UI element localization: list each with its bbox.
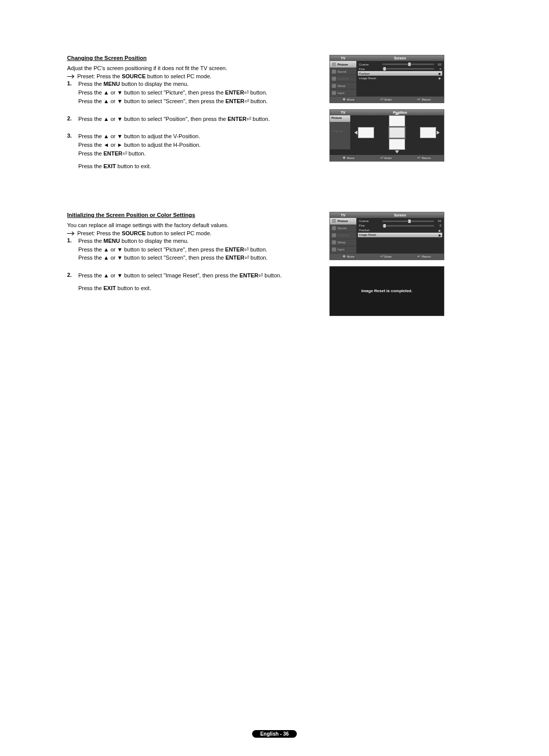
reset-message: Image Reset is completed. [361,289,412,293]
sidebar-item-setup: Setup [330,239,356,246]
input-icon [332,91,336,95]
footer-return: ↩Return [417,255,431,259]
preset-row: Preset: Press the SOURCE button to selec… [67,73,311,79]
footer-enter: ⏎Enter [380,255,391,259]
osd-sidebar: Picture Sound Channel Setup Input [330,61,356,97]
osd-main: Coarse50 Fine0 Position▶ Image Reset▶ [356,61,444,97]
sound-icon [332,226,336,230]
section-changing-position: Changing the Screen Position Adjust the … [67,55,488,180]
footer-move: ✥Move [343,98,354,102]
sidebar-item-picture: Picture [330,218,356,225]
intro-text: You can replace all image settings with … [67,222,311,228]
section-initializing: Initializing the Screen Position or Colo… [67,212,488,316]
section-title: Initializing the Screen Position or Colo… [67,212,311,218]
step-1: 1. Press the MENU button to display the … [67,80,311,106]
chevron-right-icon: ▶ [436,229,441,232]
enter-icon: ⏎ [247,116,251,122]
direction-left-icon [358,127,374,138]
picture-icon [332,219,336,223]
enter-icon: ⏎ [245,255,249,261]
sidebar-item-channel: Channel [330,129,350,135]
intro-text: Adjust the PC's screen positioning if it… [67,65,311,71]
enter-icon: ⏎ [245,98,249,104]
direction-right-icon [420,127,436,138]
direction-center-icon [388,127,406,139]
sidebar-item-input: Input [330,89,356,97]
footer-return: ↩Return [417,156,431,160]
text-column: Changing the Screen Position Adjust the … [67,55,311,180]
sidebar-item-picture: Picture [330,115,350,122]
footer-enter: ⏎Enter [380,156,391,160]
content-row: Initializing the Screen Position or Colo… [67,212,488,316]
picture-icon [332,62,336,67]
sidebar-item-sound: Sound [330,68,356,75]
osd-position: TV Position Picture Channel [329,109,444,162]
step-2: 2. Press the ▲ or ▼ button to select "Po… [67,115,311,124]
menu-row-coarse: Coarse50 [358,62,442,67]
osd-footer: ✥Move ⏎Enter ↩Return [330,254,444,260]
channel-icon [332,233,336,237]
enter-icon: ⏎ [244,89,249,96]
direction-down-icon [389,139,405,150]
step-1: 1. Press the MENU button to display the … [67,237,311,263]
chevron-right-icon: ▶ [436,72,441,75]
osd-column: TV Screen Picture Sound Channel Setup In… [329,212,443,316]
step-list: 1. Press the MENU button to display the … [67,80,311,171]
enter-icon: ⏎ [258,272,263,278]
sidebar-item-picture: Picture [330,61,356,68]
sidebar-item-setup: Setup [330,82,356,89]
step-list: 1. Press the MENU button to display the … [67,237,311,293]
setup-icon [332,84,336,88]
page: Changing the Screen Position Adjust the … [0,0,549,756]
chevron-right-icon: ▶ [436,76,441,80]
direction-up-icon [389,115,405,127]
menu-row-position: Position▶ [358,71,442,76]
osd-column: TV Screen Picture Sound Channel Setup In… [329,55,443,162]
osd-footer: ✥Move ⏎Enter ↩Return [330,97,444,103]
enter-icon: ⏎ [123,150,127,156]
content-row: Changing the Screen Position Adjust the … [67,55,488,180]
osd-footer: ✥Move ⏎Enter ↩Return [330,155,444,161]
menu-row-coarse: Coarse50 [358,219,442,224]
footer-move: ✥Move [343,255,354,259]
sidebar-item-channel: Channel [330,232,356,239]
sidebar-item-input: Input [330,246,356,254]
step-3: 3. Press the ▲ or ▼ button to adjust the… [67,133,311,171]
preset-icon [67,231,74,236]
section-title: Changing the Screen Position [67,55,311,61]
sidebar-item-sound: Sound [330,225,356,232]
sidebar-item-channel: Channel [330,75,356,82]
menu-row-fine: Fine0 [358,67,442,71]
slider-fine [382,68,434,70]
text-column: Initializing the Screen Position or Colo… [67,212,311,302]
osd-sidebar-mini: Picture Channel [330,115,350,149]
input-icon [332,247,336,251]
sound-icon [332,70,336,74]
menu-row-fine: Fine0 [358,224,442,228]
setup-icon [332,240,336,244]
chevron-right-icon: ▶ [436,233,441,237]
osd-sidebar: Picture Sound Channel Setup Input [330,218,356,254]
preset-text: Preset: Press the SOURCE button to selec… [77,73,211,79]
channel-icon [332,77,336,81]
position-cross [350,115,444,149]
footer-return: ↩Return [417,98,431,102]
menu-row-position: Position▶ [358,228,442,233]
menu-row-imagereset: Image Reset▶ [358,76,442,80]
osd-screen-position: TV Screen Picture Sound Channel Setup In… [329,55,444,103]
osd-main: Coarse50 Fine0 Position▶ Image Reset▶ [356,218,444,254]
step-2: 2. Press the ▲ or ▼ button to select "Im… [67,272,311,293]
footer-move: ✥Move [343,156,354,160]
slider-coarse [382,64,434,65]
enter-icon: ⏎ [244,246,249,253]
page-number: English - 36 [252,730,297,738]
osd-reset-complete: Image Reset is completed. [329,266,444,316]
footer-enter: ⏎Enter [380,98,391,102]
preset-row: Preset: Press the SOURCE button to selec… [67,230,311,236]
preset-text: Preset: Press the SOURCE button to selec… [77,230,211,236]
osd-screen-imagereset: TV Screen Picture Sound Channel Setup In… [329,212,444,260]
preset-icon [67,74,74,79]
menu-row-imagereset: Image Reset▶ [358,233,442,237]
